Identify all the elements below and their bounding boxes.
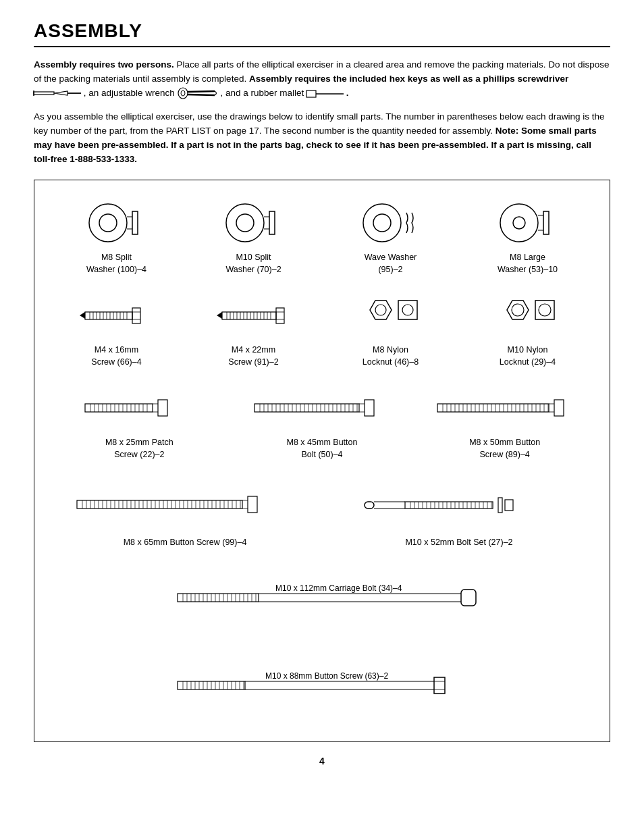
m8-large-washer-label: M8 LargeWasher (53)–10	[498, 252, 558, 276]
svg-point-5	[181, 90, 185, 96]
svg-marker-67	[507, 301, 529, 319]
svg-rect-147	[554, 400, 564, 416]
part-m10-split-washer: M10 SplitWasher (70)–2	[185, 192, 322, 285]
m4-16mm-screw-label: M4 x 16mmScrew (66)–4	[91, 344, 141, 368]
intro-period: .	[346, 88, 349, 98]
svg-point-10	[89, 204, 127, 242]
m8-50mm-screw-label: M8 x 50mm ButtonScrew (89)–4	[469, 437, 540, 461]
svg-rect-150	[77, 500, 242, 509]
svg-rect-191	[248, 496, 257, 513]
m8-nylon-locknut-drawing	[360, 292, 421, 339]
svg-rect-264	[434, 677, 445, 694]
svg-rect-90	[254, 404, 359, 412]
svg-point-70	[539, 304, 551, 316]
svg-marker-63	[370, 301, 392, 319]
m8-25mm-screw-drawing	[85, 384, 193, 432]
svg-line-6	[188, 91, 215, 92]
svg-rect-41	[132, 308, 140, 323]
m8-65mm-screw-drawing	[77, 477, 293, 531]
mallet-icon	[306, 86, 344, 100]
part-m8-65mm-screw: M8 x 65mm Button Screw (99)–4	[48, 470, 322, 558]
m8-45mm-bolt-drawing	[254, 384, 390, 432]
svg-rect-243	[461, 590, 476, 606]
m10-52mm-bolt-drawing	[351, 477, 567, 531]
svg-point-21	[373, 214, 391, 232]
page-title: ASSEMBLY	[34, 20, 610, 47]
svg-rect-0	[34, 92, 54, 95]
svg-rect-60	[276, 308, 284, 323]
wrench-icon	[178, 86, 218, 100]
svg-rect-220	[505, 500, 513, 511]
svg-marker-44	[217, 312, 222, 319]
svg-text:M10 x 88mm Button Screw (63)–2: M10 x 88mm Button Screw (63)–2	[265, 671, 388, 681]
part-m10-88mm-screw: M10 x 88mm Button Screw (63)–2	[48, 646, 596, 733]
parts-row-5: M10 x 112mm Carriage Bolt (34)–4	[48, 558, 596, 646]
m8-nylon-locknut-label: M8 NylonLocknut (46)–8	[363, 344, 419, 368]
m8-50mm-screw-drawing	[437, 384, 572, 432]
svg-rect-12	[132, 211, 138, 234]
svg-rect-8	[306, 90, 316, 97]
svg-point-66	[402, 305, 413, 315]
m10-112mm-bolt-drawing: M10 x 112mm Carriage Bolt (34)–4	[102, 584, 591, 611]
m10-52mm-bolt-label: M10 x 52mm Bolt Set (27)–2	[405, 537, 512, 549]
m8-45mm-bolt-label: M8 x 45mm ButtonBolt (50)–4	[287, 437, 358, 461]
intro-bold-1: Assembly requires two persons.	[34, 59, 174, 70]
m8-split-washer-drawing	[86, 199, 147, 246]
svg-rect-219	[498, 498, 502, 513]
part-m10-112mm-bolt: M10 x 112mm Carriage Bolt (34)–4	[48, 558, 596, 646]
parts-row-1: M8 SplitWasher (100)–4 M10 SplitWasher (…	[48, 192, 596, 285]
m8-split-washer-label: M8 SplitWasher (100)–4	[86, 252, 146, 276]
wave-washer-label: Wave Washer(95)–2	[365, 252, 417, 276]
svg-rect-28	[85, 312, 132, 319]
intro-text-2: , an adjustable wrench	[84, 88, 175, 98]
svg-marker-2	[54, 91, 68, 95]
intro-text-3: , and a rubber mallet	[220, 88, 304, 98]
part-m8-50mm-screw: M8 x 50mm ButtonScrew (89)–4	[413, 377, 596, 470]
m10-nylon-locknut-drawing	[498, 292, 558, 339]
svg-rect-197	[405, 502, 493, 509]
m10-split-washer-drawing	[223, 199, 284, 246]
svg-point-64	[375, 305, 386, 315]
m4-22mm-screw-label: M4 x 22mmScrew (91)–2	[228, 344, 278, 368]
svg-point-11	[99, 214, 117, 232]
svg-rect-24	[543, 211, 549, 234]
parts-row-4: M8 x 65mm Button Screw (99)–4	[48, 470, 596, 558]
note-paragraph: As you assemble the elliptical exerciser…	[34, 110, 610, 167]
m8-25mm-screw-label: M8 x 25mm PatchScrew (22)–2	[105, 437, 173, 461]
svg-rect-194	[365, 502, 374, 509]
part-m8-nylon-locknut: M8 NylonLocknut (46)–8	[322, 285, 459, 377]
page-number: 4	[34, 756, 610, 766]
svg-rect-65	[398, 301, 417, 319]
svg-rect-17	[269, 211, 275, 234]
svg-text:M10 x 112mm Carriage Bolt (34): M10 x 112mm Carriage Bolt (34)–4	[275, 583, 402, 593]
intro-paragraph: Assembly requires two persons. Place all…	[34, 58, 610, 101]
parts-row-2: M4 x 16mmScrew (66)–4	[48, 285, 596, 377]
part-m8-25mm-screw: M8 x 25mm PatchScrew (22)–2	[48, 377, 231, 470]
m4-22mm-screw-drawing	[217, 292, 291, 339]
part-m10-nylon-locknut: M10 NylonLocknut (29)–4	[459, 285, 596, 377]
svg-line-7	[188, 95, 215, 95]
m8-65mm-screw-label: M8 x 65mm Button Screw (99)–4	[124, 537, 247, 549]
intro-bold-2: Assembly requires the included hex keys …	[249, 74, 568, 84]
svg-rect-69	[535, 301, 554, 319]
svg-rect-221	[178, 594, 259, 602]
parts-box: M8 SplitWasher (100)–4 M10 SplitWasher (…	[34, 180, 610, 742]
part-m8-45mm-bolt: M8 x 45mm ButtonBolt (50)–4	[231, 377, 414, 470]
svg-rect-87	[158, 400, 167, 416]
svg-point-16	[236, 214, 254, 232]
svg-point-68	[512, 304, 524, 316]
m10-split-washer-label: M10 SplitWasher (70)–2	[225, 252, 281, 276]
parts-row-6: M10 x 88mm Button Screw (63)–2	[48, 646, 596, 733]
part-wave-washer: Wave Washer(95)–2	[322, 192, 459, 285]
m10-nylon-locknut-label: M10 NylonLocknut (29)–4	[500, 344, 556, 368]
svg-point-22	[500, 204, 538, 242]
svg-rect-116	[365, 400, 374, 416]
m8-large-washer-drawing	[498, 199, 558, 246]
screwdriver-icon	[34, 87, 81, 99]
part-m4-22mm-screw: M4 x 22mmScrew (91)–2	[185, 285, 322, 377]
parts-row-3: M8 x 25mm PatchScrew (22)–2	[48, 377, 596, 470]
part-m8-split-washer: M8 SplitWasher (100)–4	[48, 192, 185, 285]
part-m10-52mm-bolt: M10 x 52mm Bolt Set (27)–2	[322, 470, 596, 558]
m10-88mm-screw-drawing: M10 x 88mm Button Screw (63)–2	[102, 672, 591, 699]
m4-16mm-screw-drawing	[80, 292, 154, 339]
